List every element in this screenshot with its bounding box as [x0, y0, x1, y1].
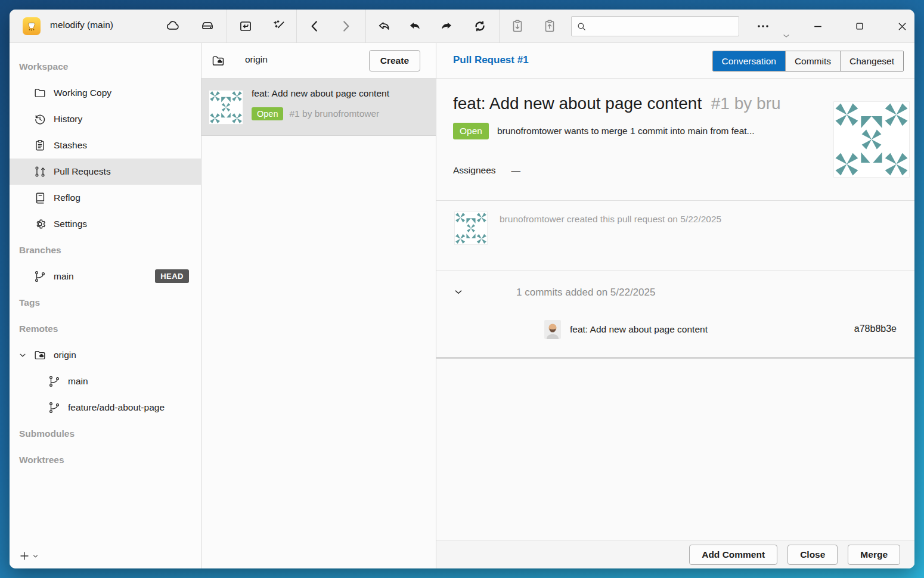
open-repository-button[interactable]: [235, 16, 256, 36]
sidebar-item-label: Reflog: [54, 192, 80, 203]
search-field[interactable]: [590, 21, 734, 31]
sidebar-item-remote-branch-main[interactable]: main: [10, 368, 201, 394]
chevron-down-icon: [32, 553, 39, 560]
more-options-button[interactable]: [753, 16, 773, 36]
sidebar-item-pull-requests[interactable]: Pull Requests: [10, 159, 201, 185]
pr-detail-header: Pull Request #1 Conversation Commits Cha…: [436, 43, 914, 79]
app-logo-icon: [26, 20, 38, 32]
git-branch-icon: [48, 401, 61, 414]
push-button[interactable]: [436, 16, 457, 36]
sidebar-item-settings[interactable]: Settings: [10, 211, 201, 237]
app-icon: [23, 17, 41, 35]
magic-actions-button[interactable]: [269, 16, 289, 36]
sidebar-item-label: main: [54, 271, 74, 282]
tab-commits[interactable]: Commits: [785, 51, 840, 71]
pr-item-meta: #1 by brunofromtower: [289, 108, 379, 119]
sidebar-item-remote-branch-feature[interactable]: feature/add-about-page: [10, 394, 201, 421]
sidebar-section-workspace: Workspace: [10, 54, 201, 80]
tab-changeset[interactable]: Changeset: [840, 51, 903, 71]
toolbar-divider: [365, 10, 366, 43]
forward-button[interactable]: [336, 16, 356, 36]
commit-row[interactable]: feat: Add new about page content a78b8b3…: [436, 320, 914, 341]
sidebar-item-label: History: [54, 114, 82, 125]
merge-button[interactable]: Merge: [848, 545, 900, 565]
git-branch-icon: [33, 270, 46, 283]
search-icon: [576, 21, 587, 32]
head-badge: HEAD: [155, 269, 189, 283]
sidebar-item-reflog[interactable]: Reflog: [10, 185, 201, 211]
sidebar-item-working-copy[interactable]: Working Copy: [10, 80, 201, 106]
clipboard-down-icon: [510, 18, 525, 34]
add-comment-button[interactable]: Add Comment: [689, 545, 777, 565]
pull-arrow-icon: [407, 18, 423, 34]
sidebar-section-worktrees: Worktrees: [10, 447, 201, 473]
plus-icon: [19, 551, 30, 561]
create-pr-button[interactable]: Create: [369, 50, 420, 72]
window-title: melodify (main): [50, 20, 113, 30]
reflog-book-icon: [33, 191, 46, 204]
sidebar: Workspace Working Copy History: [10, 43, 201, 568]
toolbar-divider: [296, 10, 297, 43]
sidebar-item-label: Pull Requests: [54, 166, 111, 177]
author-avatar-identicon: [833, 101, 910, 178]
sidebar-item-branch-main[interactable]: main HEAD: [10, 263, 201, 290]
pr-list-item[interactable]: feat: Add new about page content Open #1…: [201, 79, 436, 136]
folder-icon: [33, 86, 46, 100]
desktop-background: melodify (main): [0, 0, 924, 578]
pull-request-detail-panel: Pull Request #1 Conversation Commits Cha…: [436, 43, 914, 568]
app-window: melodify (main): [10, 10, 914, 568]
pr-actions-footer: Add Comment Close Merge: [436, 540, 914, 568]
undo-button[interactable]: [374, 16, 394, 36]
sidebar-item-history[interactable]: History: [10, 106, 201, 132]
search-input[interactable]: [571, 16, 739, 36]
sidebar-item-remote-origin[interactable]: origin: [10, 342, 201, 368]
chevron-down-icon[interactable]: [18, 350, 27, 360]
sidebar-item-label: origin: [54, 350, 76, 361]
created-event-text: brunofromtower created this pull request…: [500, 214, 721, 225]
minimize-button[interactable]: [808, 16, 828, 36]
conversation-empty-area: [436, 359, 914, 540]
push-arrow-icon: [439, 18, 454, 34]
add-repository-button[interactable]: [19, 551, 39, 561]
cloud-button[interactable]: [163, 16, 183, 36]
clipboard-up-icon: [542, 18, 557, 34]
remote-cloud-folder-icon: [33, 349, 46, 362]
pr-big-title: feat: Add new about page content #1 by b…: [453, 94, 781, 113]
commits-collapse-button[interactable]: [453, 286, 465, 298]
back-button[interactable]: [305, 16, 325, 36]
undo-arrow-icon: [376, 18, 392, 34]
sidebar-item-label: Working Copy: [54, 88, 111, 98]
sidebar-item-stashes[interactable]: Stashes: [10, 132, 201, 159]
maximize-button[interactable]: [849, 16, 870, 36]
tab-conversation[interactable]: Conversation: [713, 51, 785, 71]
detail-tabs: Conversation Commits Changeset: [712, 51, 904, 72]
stash-clipboard-icon: [33, 139, 46, 152]
sidebar-section-submodules: Submodules: [10, 421, 201, 447]
pull-request-list-panel: origin Create feat: Add new about page c…: [201, 43, 436, 568]
sidebar-item-label: main: [68, 376, 88, 387]
hard-drive-icon: [200, 18, 215, 34]
close-button[interactable]: [892, 16, 912, 36]
commit-message: feat: Add new about page content: [570, 324, 708, 335]
status-badge: Open: [453, 123, 489, 139]
git-branch-icon: [48, 375, 61, 388]
sidebar-item-label: Stashes: [54, 140, 87, 151]
ellipsis-icon: [756, 19, 770, 33]
cloud-icon: [165, 18, 181, 34]
magic-wand-icon: [271, 18, 287, 34]
close-pr-button[interactable]: Close: [787, 545, 838, 565]
local-drive-button[interactable]: [197, 16, 218, 36]
stash-save-button[interactable]: [507, 16, 528, 36]
assignees-label: Assignees: [453, 165, 496, 176]
sidebar-section-branches: Branches: [10, 237, 201, 263]
maximize-icon: [854, 21, 865, 32]
pull-request-icon: [33, 165, 46, 178]
stash-pop-button[interactable]: [539, 16, 560, 36]
minimize-icon: [812, 20, 824, 32]
fetch-sync-button[interactable]: [470, 16, 490, 36]
pr-title-suffix: [706, 94, 711, 113]
sidebar-section-tags: Tags: [10, 290, 201, 316]
pull-button[interactable]: [405, 16, 425, 36]
toolbar-overflow-chevron[interactable]: [779, 30, 794, 42]
status-badge: Open: [252, 107, 283, 120]
